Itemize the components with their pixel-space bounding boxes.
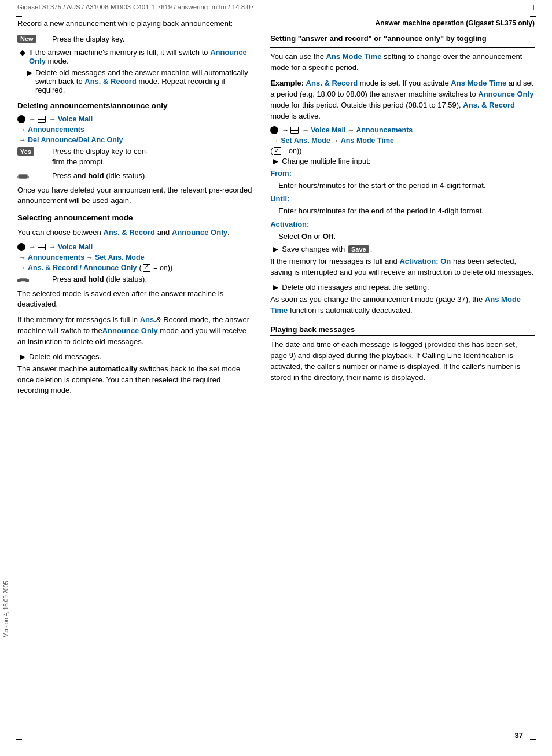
menu-path-3: → → Voice Mail → Announcements <box>270 126 535 134</box>
arrow-9: → <box>19 264 26 272</box>
arrow-14: → <box>332 137 339 145</box>
new-key-desc: Press the display key. <box>52 34 253 45</box>
svg-rect-3 <box>19 175 28 178</box>
delete-text-2: Delete old messages and repeat the setti… <box>282 283 429 292</box>
end-key-desc-2: Press and hold (idle status). <box>52 274 253 285</box>
if-full-text: If the memory for messages is full in An… <box>17 315 253 348</box>
arrow-3: → <box>19 126 26 134</box>
new-key-block: New Press the display key. <box>17 34 253 45</box>
svg-rect-5 <box>17 279 21 282</box>
envelope-icon-1 <box>38 116 46 123</box>
side-version-text: Version 4, 16.09.2005 <box>3 581 9 637</box>
bullet-text-1: If the answer machine's memory is full, … <box>29 48 253 65</box>
end-call-icon-1 <box>17 172 29 180</box>
as-soon-text: As soon as you change the announcement m… <box>270 294 535 316</box>
from-label: From: <box>270 168 535 179</box>
if-full2-text: If the memory for messages is full and A… <box>270 256 535 278</box>
arrow-icon-3: ▶ <box>273 157 278 165</box>
end-key-part-2 <box>17 274 52 283</box>
save-key-badge: Save <box>348 245 369 253</box>
menu-path-1b: → Announcements <box>17 126 253 134</box>
activation-text: Select On or Off. <box>278 231 535 242</box>
sub-arrow-1: ▶ Delete old messages and the answer mac… <box>27 68 253 94</box>
section2-heading: Selecting announcement mode <box>17 213 253 224</box>
yes-key-desc: Press the display key to con- firm the p… <box>52 146 253 167</box>
header-path: Gigaset SL375 / AUS / A31008-M1903-C401-… <box>17 3 254 10</box>
end-key-part-1 <box>17 171 52 180</box>
circle-button-icon-3 <box>270 126 278 134</box>
activation-label: Activation: <box>270 219 535 230</box>
menu-path-2b: → Announcements → Set Ans. Mode <box>17 253 253 261</box>
yes-key-part: Yes <box>17 146 52 156</box>
menu-path-1: → → Voice Mail <box>17 115 253 123</box>
intro-text: Record a new announcement while playing … <box>17 19 253 29</box>
envelope-icon-3 <box>290 127 299 134</box>
menu-ans-mode-time: Ans Mode Time <box>341 137 394 145</box>
margin-mark-lb <box>16 739 22 740</box>
header-bar: Gigaset SL375 / AUS / A31008-M1903-C401-… <box>0 0 552 13</box>
arrow-icon-5: ▶ <box>273 283 278 292</box>
delete-arrow-1: ▶ Delete old messages. <box>20 352 253 361</box>
new-key-part: New <box>17 34 52 43</box>
circle-button-icon <box>17 115 25 123</box>
change-text: Change multiple line input: <box>282 157 370 165</box>
menu-del-announce: Del Announce/Del Anc Only <box>28 136 123 144</box>
arrow-13: → <box>272 137 279 145</box>
bullet-item-1: ◆ If the answer machine's memory is full… <box>20 48 253 65</box>
save-text: Save changes with Save. <box>282 245 372 254</box>
menu-path-1c: → Del Announce/Del Anc Only <box>17 136 253 144</box>
yes-key-block: Yes Press the display key to con- firm t… <box>17 146 253 167</box>
arrow-4: → <box>19 136 26 144</box>
menu-voice-mail-1: Voice Mail <box>58 115 93 123</box>
menu-set-ans-mode-2: Set Ans. Mode <box>281 137 330 145</box>
right-section-header: Answer machine operation (Gigaset SL375 … <box>270 19 535 28</box>
section3-divider <box>270 47 535 48</box>
arrow-2: → <box>49 115 56 123</box>
end-key-block-1: Press and hold (idle status). <box>17 171 253 181</box>
yes-key-badge: Yes <box>17 147 34 156</box>
once-deleted-text: Once you have deleted your announcement,… <box>17 185 253 207</box>
auto-text: The answer machine automatically switche… <box>17 364 253 397</box>
page-container: Gigaset SL375 / AUS / A31008-M1903-C401-… <box>0 0 552 756</box>
end-call-icon-2 <box>17 275 29 283</box>
margin-mark-rt <box>530 16 536 17</box>
end-key-desc-1: Press and hold (idle status). <box>52 171 253 181</box>
arrow-1: → <box>29 115 36 123</box>
change-arrow: ▶ Change multiple line input: <box>273 157 535 165</box>
svg-rect-6 <box>25 279 29 282</box>
menu-announcements-1: Announcements <box>28 126 84 134</box>
arrow-5: → <box>29 243 36 251</box>
menu-announcements-3: Announcements <box>356 126 413 134</box>
arrow-11: → <box>302 126 309 134</box>
margin-mark-lt <box>16 16 22 17</box>
arrow-icon-4: ▶ <box>273 245 278 254</box>
left-column: Record a new announcement while playing … <box>17 19 264 401</box>
arrow-icon-1: ▶ <box>27 68 32 94</box>
example-text: Example: Ans. & Record mode is set. If y… <box>270 78 535 121</box>
envelope-icon-2 <box>38 244 46 250</box>
choose-text: You can choose between Ans. & Record and… <box>17 227 253 238</box>
arrow-10: → <box>282 126 289 134</box>
delete-arrow-2: ▶ Delete old messages and repeat the set… <box>273 283 535 292</box>
new-key-badge: New <box>17 35 36 43</box>
arrow-8: → <box>86 253 93 261</box>
menu-announcements-2: Announcements <box>28 253 84 261</box>
checkbox-icon-1 <box>143 264 150 272</box>
menu-path-3c: ( = on)) <box>270 147 535 155</box>
right-column: Answer machine operation (Gigaset SL375 … <box>264 19 535 401</box>
menu-path-2c: → Ans. & Record / Announce Only ( = on)) <box>17 264 253 272</box>
end-key-block-2: Press and hold (idle status). <box>17 274 253 285</box>
arrow-7: → <box>19 253 26 261</box>
section1-heading: Deleting announcements/announce only <box>17 101 253 112</box>
from-text: Enter hours/minutes for the start of the… <box>278 180 535 191</box>
arrow-6: → <box>49 243 56 251</box>
menu-ans-record: Ans. & Record / Announce Only <box>28 264 137 272</box>
section4-heading: Playing back messages <box>270 325 535 336</box>
page-number: 37 <box>515 731 523 740</box>
section3-heading: Setting "answer and record" or "announce… <box>270 34 535 43</box>
save-arrow: ▶ Save changes with Save. <box>273 245 535 254</box>
until-text: Enter hours/minutes for the end of the p… <box>278 206 535 217</box>
header-spacer: | <box>533 3 535 10</box>
sub-arrow-text-1: Delete old messages and the answer machi… <box>35 68 253 94</box>
margin-mark-rb <box>530 739 536 740</box>
